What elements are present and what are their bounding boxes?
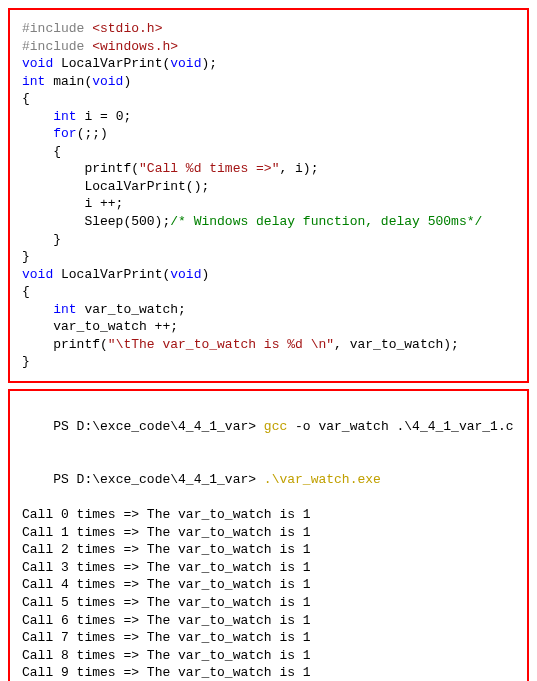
- code-line: LocalVarPrint();: [22, 178, 515, 196]
- terminal-panel: PS D:\exce_code\4_4_1_var> gcc -o var_wa…: [8, 389, 529, 681]
- code-token-plain: ): [201, 267, 209, 282]
- terminal-prompt: PS D:\exce_code\4_4_1_var>: [53, 472, 264, 487]
- terminal-output-line: Call 8 times => The var_to_watch is 1: [22, 647, 515, 665]
- code-token-plain: ): [123, 74, 131, 89]
- code-line: i ++;: [22, 195, 515, 213]
- code-token-keyword: void: [170, 267, 201, 282]
- code-line: {: [22, 283, 515, 301]
- terminal-output-line: Call 3 times => The var_to_watch is 1: [22, 559, 515, 577]
- code-token-keyword: for: [53, 126, 76, 141]
- code-token-plain: }: [22, 354, 30, 369]
- code-line: var_to_watch ++;: [22, 318, 515, 336]
- code-token-plain: , var_to_watch);: [334, 337, 459, 352]
- code-token-plain: main(: [45, 74, 92, 89]
- terminal-line: PS D:\exce_code\4_4_1_var> .\var_watch.e…: [22, 454, 515, 507]
- code-line: int var_to_watch;: [22, 301, 515, 319]
- terminal-command: .\var_watch.exe: [264, 472, 381, 487]
- code-token-keyword: int: [22, 74, 45, 89]
- code-line: printf("Call %d times =>", i);: [22, 160, 515, 178]
- code-token-plain: LocalVarPrint(: [53, 56, 170, 71]
- code-token-plain: Sleep(500);: [22, 214, 170, 229]
- code-line: void LocalVarPrint(void);: [22, 55, 515, 73]
- code-token-plain: [22, 302, 53, 317]
- code-token-plain: i = 0;: [77, 109, 132, 124]
- code-token-keyword: void: [92, 74, 123, 89]
- code-token-header: <windows.h>: [92, 39, 178, 54]
- terminal-args: -o var_watch .\4_4_1_var_1.c: [287, 419, 513, 434]
- code-line: }: [22, 231, 515, 249]
- terminal-output-line: Call 0 times => The var_to_watch is 1: [22, 506, 515, 524]
- code-token-keyword: void: [170, 56, 201, 71]
- code-line: for(;;): [22, 125, 515, 143]
- code-token-plain: printf(: [22, 337, 108, 352]
- terminal-output-line: Call 5 times => The var_to_watch is 1: [22, 594, 515, 612]
- code-token-header: <stdio.h>: [92, 21, 162, 36]
- code-line: void LocalVarPrint(void): [22, 266, 515, 284]
- code-token-plain: [22, 109, 53, 124]
- code-token-plain: );: [201, 56, 217, 71]
- code-line: Sleep(500);/* Windows delay function, de…: [22, 213, 515, 231]
- terminal-output: Call 0 times => The var_to_watch is 1Cal…: [22, 506, 515, 681]
- terminal-prompt: PS D:\exce_code\4_4_1_var>: [53, 419, 264, 434]
- code-line: }: [22, 248, 515, 266]
- code-token-string: "Call %d times =>": [139, 161, 279, 176]
- terminal-output-line: Call 9 times => The var_to_watch is 1: [22, 664, 515, 681]
- code-token-plain: {: [22, 91, 30, 106]
- code-token-plain: [22, 126, 53, 141]
- code-token-include: #include: [22, 39, 92, 54]
- code-line: int main(void): [22, 73, 515, 91]
- code-token-plain: {: [22, 284, 30, 299]
- code-token-comment: /* Windows delay function, delay 500ms*/: [170, 214, 482, 229]
- code-line: }: [22, 353, 515, 371]
- code-token-keyword: void: [22, 267, 53, 282]
- terminal-output-line: Call 1 times => The var_to_watch is 1: [22, 524, 515, 542]
- code-line: #include <stdio.h>: [22, 20, 515, 38]
- terminal-output-line: Call 2 times => The var_to_watch is 1: [22, 541, 515, 559]
- code-token-string: "\tThe var_to_watch is %d \n": [108, 337, 334, 352]
- code-token-keyword: void: [22, 56, 53, 71]
- code-token-plain: printf(: [22, 161, 139, 176]
- code-token-include: #include: [22, 21, 92, 36]
- code-panel: #include <stdio.h>#include <windows.h>vo…: [8, 8, 529, 383]
- terminal-output-line: Call 7 times => The var_to_watch is 1: [22, 629, 515, 647]
- terminal-command: gcc: [264, 419, 287, 434]
- code-token-keyword: int: [53, 302, 76, 317]
- code-token-plain: LocalVarPrint();: [22, 179, 209, 194]
- code-token-plain: i ++;: [22, 196, 123, 211]
- code-token-plain: }: [22, 249, 30, 264]
- terminal-line: PS D:\exce_code\4_4_1_var> gcc -o var_wa…: [22, 401, 515, 454]
- terminal-output-line: Call 4 times => The var_to_watch is 1: [22, 576, 515, 594]
- code-block: #include <stdio.h>#include <windows.h>vo…: [22, 20, 515, 371]
- code-token-keyword: int: [53, 109, 76, 124]
- code-token-plain: }: [22, 232, 61, 247]
- code-line: printf("\tThe var_to_watch is %d \n", va…: [22, 336, 515, 354]
- terminal-output-line: Call 6 times => The var_to_watch is 1: [22, 612, 515, 630]
- code-token-plain: LocalVarPrint(: [53, 267, 170, 282]
- code-token-plain: var_to_watch;: [77, 302, 186, 317]
- code-token-plain: , i);: [279, 161, 318, 176]
- code-token-plain: (;;): [77, 126, 108, 141]
- code-token-plain: {: [22, 144, 61, 159]
- code-line: {: [22, 143, 515, 161]
- code-token-plain: var_to_watch ++;: [22, 319, 178, 334]
- code-line: {: [22, 90, 515, 108]
- code-line: int i = 0;: [22, 108, 515, 126]
- code-line: #include <windows.h>: [22, 38, 515, 56]
